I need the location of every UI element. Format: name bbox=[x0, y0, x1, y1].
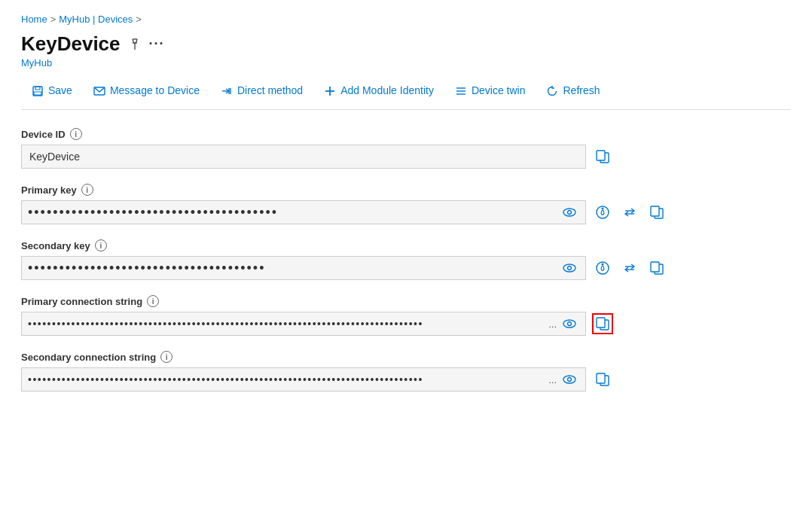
svg-point-17 bbox=[568, 211, 572, 215]
device-twin-label: Device twin bbox=[472, 84, 526, 96]
message-icon bbox=[93, 84, 105, 97]
svg-rect-4 bbox=[34, 92, 41, 95]
secondary-key-copy-button[interactable] bbox=[646, 257, 667, 279]
secondary-key-info-icon[interactable]: i bbox=[95, 239, 107, 251]
save-label: Save bbox=[48, 84, 72, 96]
direct-method-button[interactable]: Direct method bbox=[210, 79, 313, 102]
secondary-key-dots: •••••••••••••••••••••••••••••••••••••• bbox=[28, 261, 560, 276]
svg-rect-35 bbox=[597, 318, 605, 328]
primary-conn-info-icon[interactable]: i bbox=[147, 295, 159, 307]
svg-point-27 bbox=[602, 264, 604, 266]
message-label: Message to Device bbox=[110, 84, 200, 96]
refresh-icon bbox=[546, 84, 558, 97]
svg-point-36 bbox=[563, 376, 575, 383]
page-subtitle: MyHub bbox=[21, 57, 791, 69]
primary-conn-group: Primary connection string i ••••••••••••… bbox=[21, 295, 744, 336]
breadcrumb: Home > MyHub | Devices > bbox=[21, 14, 791, 25]
direct-method-icon bbox=[221, 84, 233, 97]
primary-conn-row: ••••••••••••••••••••••••••••••••••••••••… bbox=[21, 312, 744, 336]
svg-rect-31 bbox=[651, 262, 659, 272]
form-section: Device ID i KeyDevice Primary key i bbox=[21, 128, 744, 392]
primary-conn-copy-button[interactable] bbox=[592, 313, 613, 334]
copy-icon bbox=[649, 261, 664, 276]
secondary-conn-label: Secondary connection string i bbox=[21, 351, 744, 363]
primary-conn-eye-icon[interactable] bbox=[560, 317, 579, 331]
copy-icon bbox=[595, 316, 610, 331]
refresh-label: Refresh bbox=[563, 84, 600, 96]
svg-point-32 bbox=[563, 320, 575, 328]
add-module-label: Add Module Identity bbox=[340, 84, 434, 96]
svg-point-25 bbox=[568, 267, 572, 270]
primary-key-input: •••••••••••••••••••••••••••••••••••••••• bbox=[21, 200, 586, 224]
primary-conn-ellipsis: ... bbox=[548, 318, 557, 330]
svg-rect-15 bbox=[597, 151, 605, 160]
device-id-info-icon[interactable]: i bbox=[70, 128, 82, 140]
swap-icon bbox=[622, 261, 637, 276]
svg-point-16 bbox=[563, 209, 575, 216]
primary-key-label: Primary key i bbox=[21, 184, 744, 196]
breadcrumb-hub[interactable]: MyHub | Devices bbox=[59, 14, 133, 25]
svg-rect-2 bbox=[33, 87, 42, 96]
primary-key-info-icon[interactable]: i bbox=[81, 184, 93, 196]
copy-icon bbox=[595, 149, 610, 164]
device-twin-button[interactable]: Device twin bbox=[444, 79, 536, 102]
svg-point-37 bbox=[568, 378, 572, 382]
secondary-key-generate-button[interactable] bbox=[592, 257, 613, 279]
device-id-label: Device ID i bbox=[21, 128, 744, 140]
device-id-group: Device ID i KeyDevice bbox=[21, 128, 744, 169]
svg-point-24 bbox=[563, 264, 575, 272]
direct-method-label: Direct method bbox=[237, 84, 303, 96]
primary-conn-dots: ••••••••••••••••••••••••••••••••••••••••… bbox=[28, 318, 548, 330]
primary-key-generate-button[interactable] bbox=[592, 202, 613, 223]
toolbar: Save Message to Device Direct method bbox=[21, 79, 791, 110]
add-icon bbox=[324, 84, 336, 97]
svg-rect-3 bbox=[35, 87, 40, 90]
pin-icon[interactable] bbox=[128, 36, 142, 52]
device-id-copy-button[interactable] bbox=[592, 146, 613, 167]
svg-point-33 bbox=[568, 322, 572, 326]
svg-rect-39 bbox=[597, 373, 605, 383]
save-icon bbox=[32, 84, 44, 97]
secondary-key-label: Secondary key i bbox=[21, 239, 744, 251]
page-title: KeyDevice bbox=[21, 32, 121, 56]
secondary-conn-dots: ••••••••••••••••••••••••••••••••••••••••… bbox=[28, 373, 548, 385]
primary-key-copy-button[interactable] bbox=[646, 202, 667, 223]
secondary-conn-group: Secondary connection string i ••••••••••… bbox=[21, 351, 744, 392]
svg-point-19 bbox=[602, 208, 604, 210]
copy-icon bbox=[649, 205, 664, 220]
svg-rect-23 bbox=[651, 206, 659, 216]
secondary-key-eye-icon[interactable] bbox=[560, 261, 579, 276]
primary-key-swap-button[interactable] bbox=[619, 202, 640, 223]
secondary-key-input: •••••••••••••••••••••••••••••••••••••• bbox=[21, 256, 586, 280]
secondary-conn-copy-button[interactable] bbox=[592, 369, 613, 390]
primary-key-group: Primary key i ••••••••••••••••••••••••••… bbox=[21, 184, 744, 224]
breadcrumb-home[interactable]: Home bbox=[21, 14, 47, 25]
more-icon[interactable]: ··· bbox=[149, 36, 165, 52]
swap-icon bbox=[622, 205, 637, 220]
message-button[interactable]: Message to Device bbox=[83, 79, 210, 102]
primary-key-eye-icon[interactable] bbox=[560, 206, 579, 220]
generate-icon bbox=[595, 205, 610, 220]
secondary-conn-ellipsis: ... bbox=[548, 374, 557, 385]
device-id-input: KeyDevice bbox=[21, 145, 586, 169]
secondary-key-group: Secondary key i ••••••••••••••••••••••••… bbox=[21, 239, 744, 280]
primary-key-dots: •••••••••••••••••••••••••••••••••••••••• bbox=[28, 205, 560, 221]
primary-key-row: •••••••••••••••••••••••••••••••••••••••• bbox=[21, 200, 744, 224]
secondary-key-swap-button[interactable] bbox=[619, 257, 640, 279]
secondary-conn-eye-icon[interactable] bbox=[560, 373, 579, 387]
secondary-conn-row: ••••••••••••••••••••••••••••••••••••••••… bbox=[21, 367, 744, 392]
add-module-button[interactable]: Add Module Identity bbox=[313, 79, 444, 102]
device-id-row: KeyDevice bbox=[21, 145, 744, 169]
copy-icon bbox=[595, 372, 610, 387]
save-button[interactable]: Save bbox=[21, 79, 83, 102]
primary-conn-label: Primary connection string i bbox=[21, 295, 744, 307]
breadcrumb-sep2: > bbox=[136, 14, 142, 25]
secondary-key-row: •••••••••••••••••••••••••••••••••••••• bbox=[21, 256, 744, 280]
secondary-conn-info-icon[interactable]: i bbox=[160, 351, 172, 363]
page-title-row: KeyDevice ··· bbox=[21, 32, 791, 56]
generate-icon bbox=[595, 261, 610, 276]
secondary-conn-input: ••••••••••••••••••••••••••••••••••••••••… bbox=[21, 367, 586, 392]
refresh-button[interactable]: Refresh bbox=[536, 79, 610, 102]
page-container: Home > MyHub | Devices > KeyDevice ··· M… bbox=[0, 0, 812, 428]
breadcrumb-sep1: > bbox=[50, 14, 56, 25]
